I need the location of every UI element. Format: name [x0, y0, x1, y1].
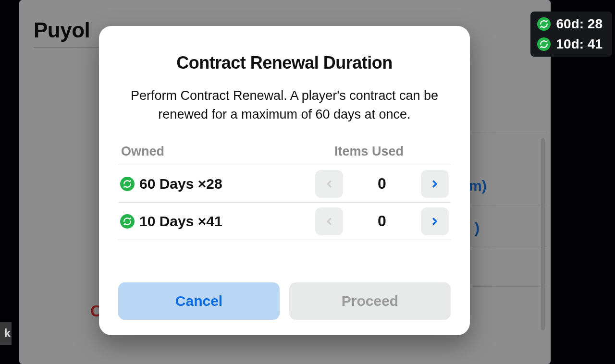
inventory-counter-row: 10d: 41 [537, 36, 603, 52]
owned-column-header: Owned [121, 144, 164, 159]
increment-button[interactable] [421, 170, 449, 198]
inventory-counter-box: 60d: 28 10d: 41 [530, 12, 613, 57]
decrement-button[interactable] [315, 170, 343, 198]
refresh-icon [537, 17, 551, 31]
background-peek-tab-k: k [0, 322, 12, 345]
renewal-item-row: 60 Days ×28 0 [118, 165, 451, 203]
contract-renewal-modal: Contract Renewal Duration Perform Contra… [99, 26, 470, 335]
background-peek-letter-k: k [4, 327, 11, 340]
items-used-value: 0 [351, 175, 413, 193]
refresh-icon [120, 177, 135, 191]
proceed-button[interactable]: Proceed [289, 282, 451, 320]
modal-description: Perform Contract Renewal. A player's con… [122, 86, 447, 124]
renewal-item-row: 10 Days ×41 0 [118, 203, 451, 240]
modal-title: Contract Renewal Duration [118, 53, 451, 73]
decrement-button[interactable] [315, 207, 343, 235]
refresh-icon [120, 214, 135, 229]
renewal-item-label: 10 Days ×41 [139, 213, 222, 230]
inventory-counter-label: 60d: 28 [556, 16, 603, 32]
items-used-column-header: Items Used [334, 144, 404, 159]
items-used-value: 0 [351, 212, 413, 230]
renewal-item-label: 60 Days ×28 [139, 176, 222, 192]
increment-button[interactable] [421, 207, 449, 235]
cancel-button[interactable]: Cancel [118, 282, 280, 320]
inventory-counter-label: 10d: 41 [556, 36, 603, 52]
refresh-icon [537, 37, 551, 51]
modal-table-header: Owned Items Used [118, 144, 451, 165]
inventory-counter-row: 60d: 28 [537, 16, 603, 32]
